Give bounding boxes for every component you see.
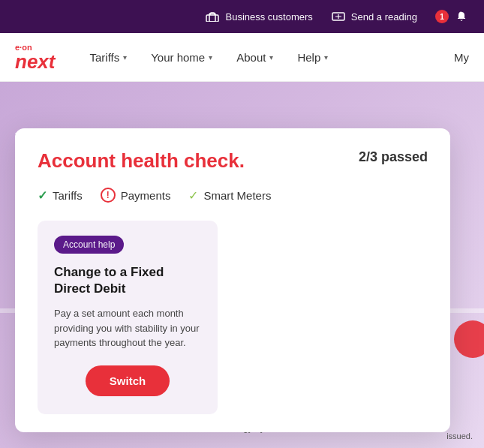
health-check-modal: Account health check. 2/3 passed ✓ Tarif…: [15, 128, 450, 432]
smart-meters-status: ✓ Smart Meters: [188, 188, 271, 203]
modal-title: Account health check.: [38, 149, 245, 173]
nav-item-your-home[interactable]: Your home ▾: [139, 45, 224, 70]
page-background: Wo 192 G... Ac t paym payme ment is s af…: [0, 82, 484, 448]
payments-status: ! Payments: [101, 188, 171, 203]
smart-meters-status-label: Smart Meters: [203, 189, 271, 202]
notification-bell[interactable]: 1: [435, 9, 469, 24]
notification-count: 1: [435, 10, 449, 23]
chevron-down-icon: ▾: [209, 53, 212, 62]
tariffs-status-label: Tariffs: [53, 189, 83, 202]
nav-my-account[interactable]: My: [454, 51, 469, 64]
nav-items: Tariffs ▾ Your home ▾ About ▾ Help ▾: [77, 45, 454, 70]
bell-icon: [454, 9, 469, 24]
logo-next-text: next: [15, 52, 55, 71]
payments-status-label: Payments: [121, 189, 171, 202]
modal-overlay: Account health check. 2/3 passed ✓ Tarif…: [0, 115, 484, 448]
tariffs-status: ✓ Tariffs: [38, 188, 83, 203]
nav-item-about[interactable]: About ▾: [224, 45, 285, 70]
briefcase-icon: [205, 9, 220, 24]
business-customers-label: Business customers: [225, 11, 312, 23]
svg-rect-1: [206, 15, 218, 22]
card-badge: Account help: [54, 236, 124, 254]
nav-help-label: Help: [297, 51, 320, 64]
send-reading-link[interactable]: Send a reading: [331, 9, 417, 24]
card-description: Pay a set amount each month providing yo…: [54, 306, 201, 350]
check-light-green-icon: ✓: [188, 188, 198, 203]
status-row: ✓ Tariffs ! Payments ✓ Smart Meters: [38, 188, 428, 203]
nav-item-help[interactable]: Help ▾: [285, 45, 340, 70]
modal-header: Account health check. 2/3 passed: [38, 149, 428, 173]
switch-button[interactable]: Switch: [86, 365, 170, 396]
chevron-down-icon: ▾: [269, 53, 273, 62]
modal-score: 2/3 passed: [359, 149, 428, 165]
account-help-card: Account help Change to a Fixed Direct De…: [38, 221, 218, 414]
nav-about-label: About: [236, 51, 266, 64]
warning-icon: !: [101, 188, 116, 203]
nav-tariffs-label: Tariffs: [89, 51, 119, 64]
meter-icon: [331, 9, 346, 24]
nav-item-tariffs[interactable]: Tariffs ▾: [77, 45, 139, 70]
nav-bar: e·on next Tariffs ▾ Your home ▾ About ▾ …: [0, 33, 484, 82]
send-reading-label: Send a reading: [351, 11, 417, 23]
eon-next-logo[interactable]: e·on next: [15, 44, 55, 71]
top-bar: Business customers Send a reading 1: [0, 0, 484, 33]
chevron-down-icon: ▾: [123, 53, 127, 62]
nav-your-home-label: Your home: [151, 51, 205, 64]
check-green-icon: ✓: [38, 188, 47, 203]
business-customers-link[interactable]: Business customers: [205, 9, 312, 24]
chevron-down-icon: ▾: [324, 53, 328, 62]
card-title: Change to a Fixed Direct Debit: [54, 264, 201, 297]
